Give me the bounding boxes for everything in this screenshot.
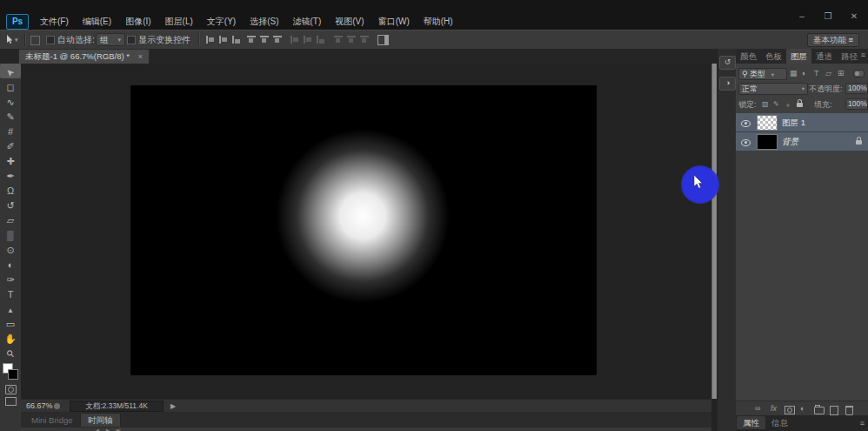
history-panel-button[interactable]: ↺ [719, 56, 736, 70]
layer1-name[interactable]: 图层 1 [782, 117, 805, 128]
zoom-level-field[interactable]: 66.67% [26, 401, 53, 412]
document-tab[interactable]: 未标题-1 @ 66.7%(RGB/8) * × [18, 49, 150, 64]
layer-row-background[interactable]: 背景 [736, 132, 868, 152]
distribute-bottom-edges-icon[interactable] [317, 36, 327, 44]
minimize-button[interactable]: – [795, 11, 809, 21]
clone-stamp-tool[interactable]: Ω [0, 182, 21, 197]
brush-tool[interactable]: ✒ [0, 167, 21, 182]
tab-mini-bridge[interactable]: Mini Bridge [31, 414, 73, 427]
background-thumbnail[interactable] [757, 134, 778, 150]
layer1-thumbnail[interactable] [757, 115, 778, 131]
lock-all-icon[interactable] [797, 103, 803, 107]
eraser-tool[interactable]: ▱ [0, 212, 21, 226]
gradient-tool[interactable]: ▒ [0, 226, 21, 241]
zoom-tool[interactable]: ⚲ [0, 345, 21, 360]
tab-info[interactable]: 信息 [765, 416, 794, 429]
visibility-eye-icon[interactable] [741, 120, 751, 127]
menu-item-window[interactable]: 窗口(W) [371, 14, 417, 30]
workspace-switcher-button[interactable]: 基本功能 ≡ [807, 33, 859, 47]
timeline-next-icon[interactable]: ▶▏ [117, 428, 124, 431]
auto-select-checkbox[interactable] [46, 36, 55, 44]
move-tool[interactable]: ➤ [0, 64, 21, 78]
shape-tool[interactable]: ▭ [0, 315, 21, 330]
blend-mode-dropdown[interactable]: 正常 ▾ [738, 83, 808, 95]
layer-filter-dropdown[interactable]: ⚲ 类型 ▾ [738, 68, 787, 80]
panel-menu-icon[interactable]: ≡ [861, 51, 865, 59]
lasso-tool[interactable]: ∿ [0, 93, 21, 108]
layer-style-fx-icon[interactable]: fx [771, 403, 777, 414]
type-tool[interactable]: T [0, 286, 21, 300]
distribute-vertical-centers-icon[interactable] [304, 36, 314, 44]
menu-item-layer[interactable]: 图层(L) [158, 14, 200, 30]
filter-adjustment-layers-icon[interactable]: ◐ [802, 68, 806, 78]
quick-mask-button[interactable] [5, 385, 17, 394]
distribute-top-edges-icon[interactable] [290, 36, 301, 44]
status-options-arrow-icon[interactable]: ▶ [170, 401, 176, 412]
align-right-edges-icon[interactable] [273, 36, 282, 45]
tab-paths[interactable]: 路径 [837, 49, 862, 64]
filter-shape-layers-icon[interactable]: ▱ [825, 68, 831, 78]
align-top-edges-icon[interactable] [206, 36, 217, 44]
rectangular-marquee-tool[interactable]: ◻ [0, 78, 21, 93]
panel-menu-icon[interactable]: ≡ [860, 419, 865, 428]
menu-item-filter[interactable]: 滤镜(T) [286, 14, 329, 30]
adjustment-layer-icon[interactable]: ◐ [800, 403, 805, 414]
timeline-play-icon[interactable]: ▶ [106, 428, 110, 431]
crop-tool[interactable]: # [0, 123, 21, 138]
tab-color[interactable]: 颜色 [736, 49, 761, 64]
restore-button[interactable]: ❐ [821, 11, 835, 21]
close-button[interactable]: ✕ [847, 11, 861, 21]
eyedropper-tool[interactable]: ✐ [0, 138, 21, 152]
lock-transparent-pixels-icon[interactable]: ▨ [762, 100, 769, 108]
align-bottom-edges-icon[interactable] [232, 36, 243, 44]
menu-item-file[interactable]: 文件(F) [33, 14, 76, 30]
lock-position-icon[interactable]: ＋ [785, 100, 791, 110]
visibility-eye-icon[interactable] [741, 139, 751, 146]
path-selection-tool[interactable]: ▲ [0, 300, 21, 315]
tab-swatches[interactable]: 色板 [761, 49, 786, 64]
quick-selection-tool[interactable]: ✎ [0, 108, 21, 123]
show-transform-checkbox[interactable] [127, 36, 136, 44]
link-layers-icon[interactable]: ∞ [755, 403, 760, 414]
screen-mode-button[interactable] [5, 397, 17, 406]
align-horizontal-centers-icon[interactable] [260, 36, 269, 45]
tab-properties[interactable]: 属性 [737, 416, 765, 429]
distribute-right-edges-icon[interactable] [360, 36, 369, 45]
canvas-pasteboard[interactable] [21, 64, 711, 399]
background-color-swatch[interactable] [8, 369, 18, 380]
menu-item-type[interactable]: 文字(Y) [200, 14, 243, 30]
menu-item-select[interactable]: 选择(S) [243, 14, 285, 30]
fill-value[interactable]: 100% [845, 98, 868, 110]
filter-type-layers-icon[interactable]: T [814, 68, 819, 78]
tool-preset-caret-icon[interactable]: ▾ [15, 30, 18, 49]
menu-item-view[interactable]: 视图(V) [328, 14, 371, 30]
delete-layer-icon[interactable] [845, 406, 853, 415]
timeline-prev-icon[interactable]: ◀ [96, 428, 99, 431]
opacity-value[interactable]: 100% [845, 83, 868, 94]
menu-item-edit[interactable]: 编辑(E) [76, 14, 118, 30]
hand-tool[interactable]: ✋ [0, 330, 21, 345]
new-layer-icon[interactable] [830, 406, 838, 415]
align-vertical-centers-icon[interactable] [219, 36, 230, 44]
menu-item-image[interactable]: 图像(I) [118, 14, 157, 30]
tab-layers[interactable]: 图层 [786, 49, 811, 64]
pen-tool[interactable]: ✑ [0, 271, 21, 286]
tab-channels[interactable]: 通道 [811, 49, 837, 64]
lock-image-pixels-icon[interactable]: ✎ [773, 100, 779, 108]
blur-tool[interactable]: ⊙ [0, 241, 21, 256]
layer-row-layer1[interactable]: 图层 1 [736, 113, 868, 132]
layer-filter-toggle[interactable] [853, 70, 865, 77]
auto-select-dropdown[interactable]: 组▾ [96, 33, 125, 46]
tab-timeline[interactable]: 时间轴 [80, 413, 121, 427]
document-canvas[interactable] [130, 85, 597, 375]
menu-item-help[interactable]: 帮助(H) [417, 14, 460, 30]
tool-preset-icon[interactable] [30, 36, 40, 45]
distribute-left-edges-icon[interactable] [334, 36, 343, 45]
distribute-horizontal-centers-icon[interactable] [347, 36, 356, 45]
new-group-icon[interactable] [814, 407, 825, 414]
auto-align-layers-icon[interactable] [377, 35, 389, 45]
filter-pixel-layers-icon[interactable]: ▦ [790, 68, 798, 78]
document-close-icon[interactable]: × [138, 52, 143, 61]
align-left-edges-icon[interactable] [247, 36, 256, 45]
history-brush-tool[interactable]: ↺ [0, 197, 21, 212]
